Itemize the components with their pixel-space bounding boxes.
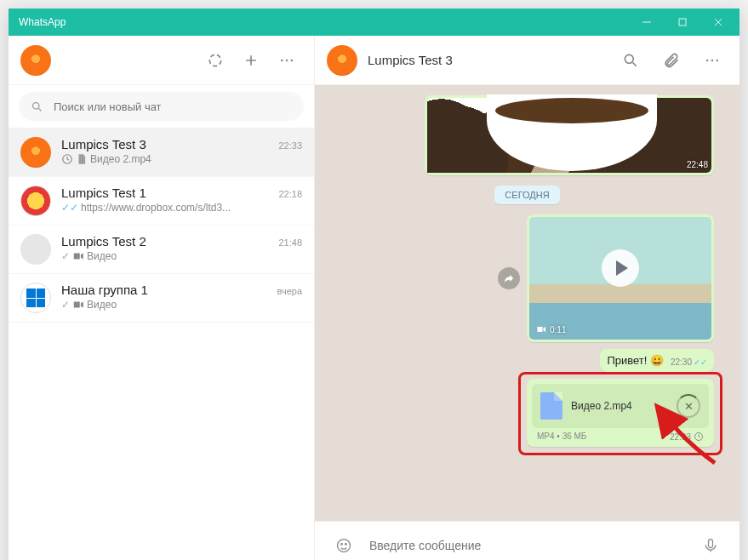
- svg-point-2: [281, 59, 283, 61]
- chat-preview: ✓ Видео: [61, 250, 302, 262]
- chat-header-avatar[interactable]: [327, 45, 357, 76]
- chat-header-title: Lumpics Test 3: [368, 53, 605, 67]
- file-name: Видео 2.mp4: [571, 400, 668, 412]
- chat-item[interactable]: Lumpics Test 3 22:33 Видео 2.mp4: [9, 129, 314, 177]
- svg-point-1: [209, 54, 220, 66]
- image-message[interactable]: 22:48: [425, 95, 714, 175]
- chat-preview: Видео 2.mp4: [61, 153, 302, 165]
- read-ticks-icon: ✓✓: [61, 202, 78, 214]
- chat-name: Наша группа 1: [61, 283, 148, 297]
- forward-icon[interactable]: [498, 267, 520, 289]
- menu-icon[interactable]: [271, 45, 302, 76]
- chat-item[interactable]: Lumpics Test 2 21:48 ✓ Видео: [9, 226, 314, 274]
- sidebar: Lumpics Test 3 22:33 Видео 2.mp4: [9, 36, 315, 560]
- search-box[interactable]: [19, 92, 304, 121]
- chat-panel: Lumpics Test 3 22:48: [315, 36, 739, 560]
- svg-rect-0: [679, 19, 686, 26]
- svg-point-12: [338, 539, 351, 551]
- message-text: Привет! 😀: [607, 354, 664, 367]
- svg-point-10: [717, 59, 719, 61]
- pending-icon: [694, 431, 704, 442]
- chat-time: 22:18: [278, 189, 302, 199]
- composer: [315, 521, 739, 560]
- text-message[interactable]: Привет! 😀 22:30 ✓✓: [600, 349, 714, 372]
- svg-point-5: [33, 102, 40, 109]
- chat-header: Lumpics Test 3: [315, 36, 739, 85]
- chat-avatar: [20, 186, 51, 216]
- app-window: WhatsApp: [9, 9, 739, 560]
- sidebar-header: [9, 36, 314, 85]
- chat-list: Lumpics Test 3 22:33 Видео 2.mp4: [9, 129, 314, 560]
- chat-avatar: [20, 283, 51, 313]
- chat-item[interactable]: Наша группа 1 вчера ✓ Видео: [9, 274, 314, 323]
- svg-point-14: [345, 543, 347, 545]
- header-menu-icon[interactable]: [697, 45, 728, 76]
- sent-tick-icon: ✓: [61, 299, 70, 311]
- clock-icon: [61, 153, 73, 165]
- svg-point-9: [711, 59, 714, 61]
- video-message[interactable]: 0:11: [527, 214, 714, 342]
- message-time: 22:33: [670, 431, 704, 442]
- document-icon: [76, 153, 88, 165]
- message-time: 22:48: [687, 160, 708, 169]
- header-search-icon[interactable]: [615, 45, 646, 76]
- chat-time: 21:48: [278, 237, 302, 248]
- play-icon[interactable]: [602, 249, 639, 287]
- sent-tick-icon: ✓: [61, 250, 70, 262]
- maximize-button[interactable]: [665, 9, 700, 36]
- chat-item[interactable]: Lumpics Test 1 22:18 ✓✓ https://www.drop…: [9, 177, 314, 226]
- titlebar-title: WhatsApp: [19, 16, 629, 28]
- svg-point-13: [341, 543, 343, 545]
- chat-preview: ✓ Видео: [61, 299, 302, 311]
- messages-area[interactable]: 22:48 СЕГОДНЯ 0:11: [315, 85, 739, 521]
- search-wrap: [9, 85, 314, 129]
- message-time: 22:30 ✓✓: [671, 357, 707, 367]
- svg-point-3: [286, 59, 288, 61]
- search-input[interactable]: [54, 100, 292, 113]
- video-duration: 0:11: [536, 324, 566, 334]
- voice-icon[interactable]: [695, 530, 726, 561]
- video-icon: [72, 250, 84, 262]
- status-icon[interactable]: [200, 45, 231, 76]
- svg-rect-15: [709, 539, 713, 547]
- date-separator: СЕГОДНЯ: [494, 186, 559, 204]
- chat-name: Lumpics Test 2: [61, 234, 146, 249]
- chat-name: Lumpics Test 3: [61, 137, 146, 151]
- my-avatar[interactable]: [20, 45, 51, 76]
- file-meta: MP4 • 36 МБ: [537, 431, 586, 442]
- message-input[interactable]: [369, 539, 685, 552]
- chat-preview: ✓✓ https://www.dropbox.com/s/ltd3...: [61, 202, 302, 214]
- chat-time: вчера: [277, 286, 302, 296]
- new-chat-icon[interactable]: [236, 45, 266, 76]
- file-icon: [540, 392, 562, 420]
- app-body: Lumpics Test 3 22:33 Видео 2.mp4: [9, 36, 739, 560]
- file-message[interactable]: Видео 2.mp4 ✕ MP4 • 36 МБ 22:33: [527, 379, 714, 447]
- chat-avatar: [20, 234, 51, 265]
- svg-point-4: [291, 59, 294, 61]
- chat-name: Lumpics Test 1: [61, 186, 146, 200]
- cancel-upload-button[interactable]: ✕: [677, 394, 700, 418]
- chat-time: 22:33: [278, 140, 302, 151]
- svg-point-7: [625, 54, 633, 63]
- video-icon: [72, 299, 84, 311]
- emoji-icon[interactable]: [328, 530, 359, 561]
- chat-avatar: [20, 137, 51, 168]
- attach-icon[interactable]: [656, 45, 687, 76]
- camera-icon: [536, 324, 546, 334]
- svg-point-8: [706, 59, 709, 61]
- close-button[interactable]: [700, 9, 736, 36]
- read-ticks-icon: ✓✓: [694, 357, 707, 367]
- minimize-button[interactable]: [629, 9, 665, 36]
- titlebar: WhatsApp: [9, 9, 739, 36]
- search-icon: [31, 100, 43, 113]
